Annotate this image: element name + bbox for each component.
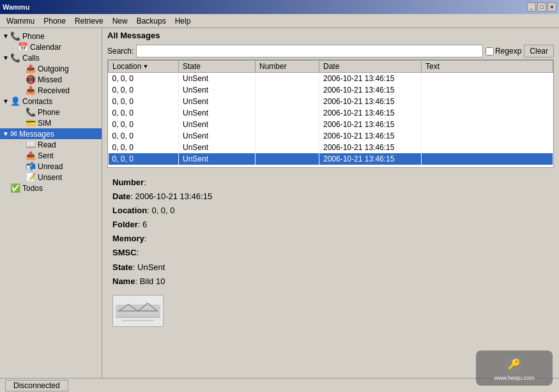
messages-table: Location ▼ State Number Date Text 0, 0, … [108,60,553,165]
cell-number [256,119,319,130]
cell-location: 0, 0, 0 [109,107,179,119]
menu-wammu[interactable]: Wammu [3,15,38,27]
detail-state-line: State: UnSent [112,260,549,275]
col-location[interactable]: Location ▼ [109,61,179,73]
cell-text [422,107,553,119]
content-title: All Messages [102,28,559,43]
missed-icon: 📵 [26,75,36,84]
close-button[interactable]: × [548,3,556,11]
table-row[interactable]: 0, 0, 0UnSent2006-10-21 13:46:15 [109,153,553,165]
detail-image [112,295,164,327]
cell-date: 2006-10-21 13:46:15 [319,73,422,85]
cell-number [256,96,319,107]
cell-location: 0, 0, 0 [109,130,179,142]
messages-table-container: Location ▼ State Number Date Text 0, 0, … [107,59,554,168]
detail-date-line: Date: 2006-10-21 13:46:15 [112,190,549,204]
cell-number [256,142,319,153]
messages-icon: ✉ [10,129,17,139]
cell-text [422,130,553,142]
status-text: Disconnected [5,380,68,391]
table-row[interactable]: 0, 0, 0UnSent2006-10-21 13:46:15 [109,142,553,153]
clear-button[interactable]: Clear [524,45,554,57]
cell-date: 2006-10-21 13:46:15 [319,96,422,107]
cell-state: UnSent [179,119,256,130]
col-number[interactable]: Number [256,61,319,73]
menu-retrieve[interactable]: Retrieve [71,15,107,27]
read-icon: 📖 [26,140,36,149]
detail-location-value: 0, 0, 0 [151,206,174,215]
outgoing-icon: 📤 [26,64,36,73]
table-header-row: Location ▼ State Number Date Text [109,61,553,73]
sidebar-item-sim[interactable]: 💳 SIM [0,117,102,128]
menu-phone[interactable]: Phone [40,15,70,27]
detail-state-value: UnSent [137,262,165,272]
menu-backups[interactable]: Backups [133,15,170,27]
unsent-icon: 📝 [26,172,36,182]
cell-text [422,153,553,165]
sidebar-item-todos[interactable]: ✅ Todos [0,183,102,193]
col-state[interactable]: State [179,61,256,73]
detail-smsc-label: SMSC [112,248,137,257]
minimize-button[interactable]: _ [527,3,536,11]
cell-date: 2006-10-21 13:46:15 [319,130,422,142]
cell-date: 2006-10-21 13:46:15 [319,119,422,130]
cell-location: 0, 0, 0 [109,73,179,85]
table-row[interactable]: 0, 0, 0UnSent2006-10-21 13:46:15 [109,73,553,85]
cell-state: UnSent [179,96,256,107]
cell-number [256,130,319,142]
sidebar-item-contacts[interactable]: ▼ 👤 Contacts [0,96,102,107]
table-row[interactable]: 0, 0, 0UnSent2006-10-21 13:46:15 [109,107,553,119]
cell-text [422,96,553,107]
sidebar-item-messages[interactable]: ▼ ✉ Messages [0,128,102,139]
cell-date: 2006-10-21 13:46:15 [319,142,422,153]
cell-date: 2006-10-21 13:46:15 [319,84,422,96]
detail-name-value: Bild 10 [140,276,165,286]
sidebar-item-outgoing[interactable]: 📤 Outgoing [0,63,102,74]
regex-checkbox[interactable] [486,47,494,56]
maximize-button[interactable]: □ [537,3,546,11]
cell-text [422,73,553,85]
cell-number [256,153,319,165]
col-date[interactable]: Date [319,61,422,73]
phone-icon: 📞 [10,31,20,41]
cell-state: UnSent [179,130,256,142]
calendar-icon: 📅 [18,42,28,52]
table-row[interactable]: 0, 0, 0UnSent2006-10-21 13:46:15 [109,119,553,130]
sidebar-item-unread[interactable]: 📬 Unread [0,161,102,172]
sort-arrow-icon: ▼ [142,63,148,70]
calls-icon: 📞 [10,53,20,63]
table-row[interactable]: 0, 0, 0UnSent2006-10-21 13:46:15 [109,96,553,107]
sidebar-item-calls[interactable]: ▼ 📞 Calls [0,52,102,63]
detail-number-line: Number: [112,176,549,190]
watermark-icon: 🔑 [505,356,523,373]
sidebar-item-phone-contacts[interactable]: 📞 Phone [0,107,102,117]
detail-state-label: State [112,262,133,272]
detail-smsc-line: SMSC: [112,246,549,260]
app-title: Wammu [3,3,29,11]
main-layout: ▼ 📞 Phone 📅 Calendar ▼ 📞 Calls 📤 Outgoin… [0,28,559,378]
sidebar-item-unsent[interactable]: 📝 Unsent [0,172,102,183]
status-bar: Disconnected [0,378,559,392]
table-row[interactable]: 0, 0, 0UnSent2006-10-21 13:46:15 [109,84,553,96]
col-text[interactable]: Text [422,61,553,73]
cell-text [422,119,553,130]
menu-help[interactable]: Help [171,15,195,27]
sidebar-item-missed[interactable]: 📵 Missed [0,74,102,85]
sidebar: ▼ 📞 Phone 📅 Calendar ▼ 📞 Calls 📤 Outgoin… [0,28,102,378]
menu-new[interactable]: New [109,15,132,27]
cell-location: 0, 0, 0 [109,84,179,96]
contacts-icon: 👤 [10,96,20,106]
title-bar: Wammu _ □ × [0,0,559,14]
cell-text [422,84,553,96]
table-row[interactable]: 0, 0, 0UnSent2006-10-21 13:46:15 [109,130,553,142]
detail-memory-line: Memory: [112,232,549,246]
sidebar-item-read[interactable]: 📖 Read [0,139,102,150]
message-image-svg [116,298,160,324]
sidebar-item-phone[interactable]: ▼ 📞 Phone [0,31,102,41]
sidebar-item-received[interactable]: 📥 Received [0,85,102,96]
regex-checkbox-container[interactable]: Regexp [486,47,521,56]
sidebar-item-sent[interactable]: 📤 Sent [0,150,102,161]
search-input[interactable] [136,45,483,57]
sidebar-item-calendar[interactable]: 📅 Calendar [0,41,102,52]
detail-panel: Number: Date: 2006-10-21 13:46:15 Locati… [102,168,559,378]
